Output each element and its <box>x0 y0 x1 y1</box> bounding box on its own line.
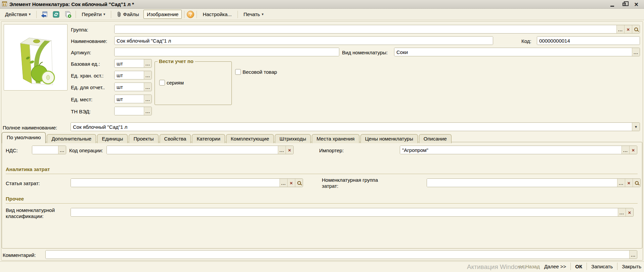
tab-units[interactable]: Единицы <box>97 134 128 143</box>
actions-menu-button[interactable]: Действия▾ <box>2 10 34 19</box>
report-unit-field: ... <box>114 83 152 91</box>
titlebar: Элемент Номенклатура: Сок яблочный "Сад"… <box>0 0 644 9</box>
importer-clear-button[interactable]: × <box>629 146 637 154</box>
tab-storage-places[interactable]: Места хранения <box>312 134 359 143</box>
cost-analytics-header: Аналитика затрат <box>6 166 50 172</box>
code-label: Код: <box>521 38 531 44</box>
group-open-button[interactable] <box>632 25 640 33</box>
image-button[interactable]: Изображение <box>143 10 182 19</box>
section-rule <box>6 174 638 174</box>
tab-categories[interactable]: Категории <box>192 134 225 143</box>
importer-input[interactable] <box>400 146 621 154</box>
group-clear-button[interactable]: × <box>624 25 632 33</box>
footer-separator <box>587 263 587 270</box>
tab-description[interactable]: Описание <box>419 134 452 143</box>
minimize-icon[interactable] <box>608 1 616 8</box>
tab-barcodes[interactable]: Штрихкоды <box>275 134 311 143</box>
tab-components[interactable]: Комплектующие <box>226 134 274 143</box>
cost-group-input[interactable] <box>427 179 617 187</box>
tnved-input[interactable] <box>115 107 144 115</box>
places-unit-input[interactable] <box>115 95 144 103</box>
classification-label: Вид номенклатурной классификации: <box>6 207 70 219</box>
tnved-label: ТН ВЭД: <box>71 109 91 114</box>
copy-button[interactable] <box>62 9 73 19</box>
group-select-button[interactable]: ... <box>616 25 624 33</box>
comment-select-button[interactable]: ... <box>629 251 637 259</box>
kind-field: ... <box>394 48 640 56</box>
group-input[interactable] <box>115 25 616 33</box>
comment-input[interactable] <box>46 251 629 259</box>
base-unit-select-button[interactable]: ... <box>144 59 152 67</box>
chevron-down-icon: ▾ <box>103 12 105 16</box>
base-unit-field: ... <box>114 59 152 68</box>
files-button[interactable]: Файлы <box>114 9 142 19</box>
weight-goods-checkbox[interactable]: Весовой товар <box>235 69 277 75</box>
tab-panel <box>2 142 642 249</box>
cost-item-select-button[interactable]: ... <box>280 179 287 187</box>
kind-select-button[interactable]: ... <box>632 48 640 56</box>
importer-select-button[interactable]: ... <box>621 146 629 154</box>
weight-goods-label: Весовой товар <box>243 69 277 75</box>
full-name-label: Полное наименование: <box>3 125 57 130</box>
storage-unit-label: Ед. хран. ост.: <box>71 73 103 78</box>
kind-input[interactable] <box>394 48 632 56</box>
tnved-select-button[interactable]: ... <box>144 107 152 115</box>
report-unit-input[interactable] <box>115 83 144 91</box>
toolbar: Действия▾ Перейти▾ Файлы Изображение ? Н… <box>0 9 644 20</box>
close-button[interactable]: Закрыть <box>622 264 641 269</box>
refresh-button[interactable] <box>51 9 61 19</box>
windows-activation-watermark: Активация Windows <box>467 263 526 271</box>
tab-default[interactable]: По умолчанию <box>2 132 46 143</box>
cost-item-open-button[interactable] <box>295 179 303 187</box>
tab-additional[interactable]: Дополнительные <box>47 134 96 143</box>
base-unit-input[interactable] <box>115 59 144 67</box>
next-button[interactable]: Далее >> <box>544 264 566 269</box>
settings-button[interactable]: Настройка... <box>199 10 235 19</box>
tab-projects[interactable]: Проекты <box>129 134 158 143</box>
go-menu-button[interactable]: Перейти▾ <box>78 10 109 19</box>
save-button[interactable]: Записать <box>591 264 613 269</box>
classification-input[interactable] <box>71 208 618 216</box>
full-name-input[interactable] <box>71 123 632 131</box>
cost-item-clear-button[interactable]: × <box>287 179 295 187</box>
comment-field: ... <box>45 250 637 259</box>
places-unit-select-button[interactable]: ... <box>144 95 152 103</box>
series-checkbox[interactable]: сериям <box>159 80 184 86</box>
back-button[interactable]: << Назад <box>518 264 540 269</box>
operation-code-select-button[interactable]: ... <box>278 146 286 154</box>
article-field <box>114 48 339 56</box>
vat-input[interactable] <box>32 146 58 154</box>
checkbox-icon <box>235 69 241 75</box>
help-icon[interactable]: ? <box>187 11 194 18</box>
code-input[interactable] <box>537 37 640 45</box>
name-input[interactable] <box>115 37 493 45</box>
restore-icon[interactable] <box>620 1 629 8</box>
tab-prices[interactable]: Цены номенклатуры <box>360 134 418 143</box>
classification-select-button[interactable]: ... <box>618 208 626 216</box>
storage-unit-input[interactable] <box>115 71 144 79</box>
full-name-dropdown-button[interactable]: ▾ <box>632 123 640 131</box>
toolbar-separator <box>36 11 37 18</box>
classification-clear-button[interactable]: × <box>626 208 633 216</box>
operation-code-input[interactable] <box>107 146 278 154</box>
group-field: ... × <box>114 25 640 34</box>
report-unit-select-button[interactable]: ... <box>144 83 152 91</box>
classification-field: ... × <box>71 208 634 217</box>
ok-button[interactable]: ОК <box>575 264 582 269</box>
storage-unit-select-button[interactable]: ... <box>144 71 152 79</box>
reread-button[interactable] <box>39 9 50 19</box>
copy-icon <box>64 11 72 18</box>
tab-properties[interactable]: Свойства <box>160 134 191 143</box>
cost-group-clear-button[interactable]: × <box>625 179 633 187</box>
print-menu-button[interactable]: Печать▾ <box>240 10 267 19</box>
cost-group-select-button[interactable]: ... <box>617 179 625 187</box>
chevron-down-icon: ▾ <box>262 12 264 16</box>
article-input[interactable] <box>115 48 339 56</box>
operation-code-clear-button[interactable]: × <box>286 146 293 154</box>
places-unit-label: Ед. мест: <box>71 97 92 102</box>
cost-item-input[interactable] <box>71 179 280 187</box>
cost-group-open-button[interactable] <box>633 179 640 187</box>
vat-select-button[interactable]: ... <box>58 146 66 154</box>
storage-unit-field: ... <box>114 71 152 79</box>
close-icon[interactable]: × <box>632 1 641 8</box>
